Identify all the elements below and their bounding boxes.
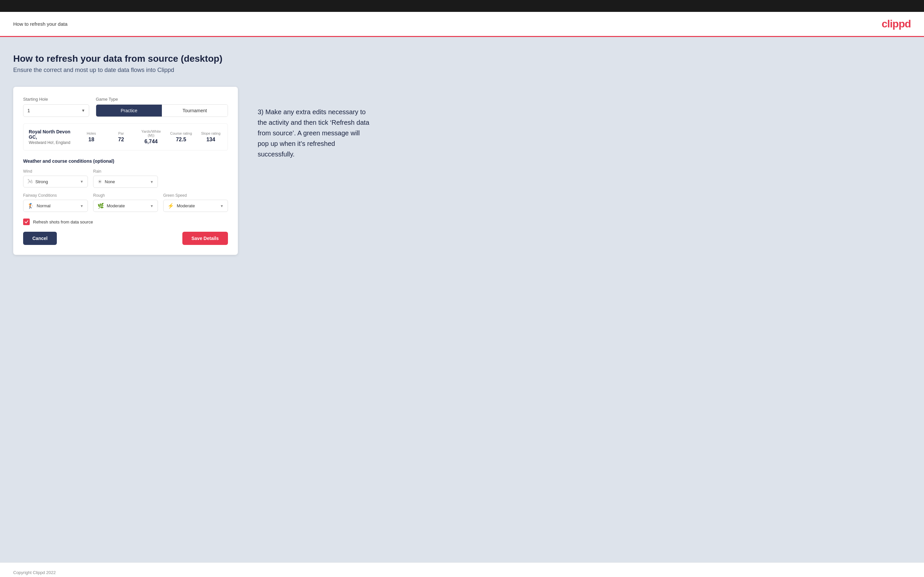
wind-group: Wind 🌬 Strong ▼ — [23, 169, 88, 188]
green-speed-select[interactable]: ⚡ Moderate ▼ — [163, 200, 228, 212]
rough-arrow-icon: ▼ — [150, 204, 153, 208]
game-type-buttons: Practice Tournament — [96, 104, 228, 117]
green-speed-icon: ⚡ — [168, 203, 174, 209]
holes-value: 18 — [80, 137, 103, 143]
par-label: Par — [109, 131, 132, 135]
yards-stat: Yards/White (M)) 6,744 — [139, 129, 163, 145]
rough-icon: 🌿 — [97, 203, 104, 209]
side-note-text: 3) Make any extra edits necessary to the… — [258, 106, 370, 160]
green-speed-value: Moderate — [177, 203, 220, 208]
yards-label: Yards/White (M)) — [139, 129, 163, 137]
top-form-row: Starting Hole 1 ▼ Game Type Practice Tou… — [23, 97, 228, 117]
save-button[interactable]: Save Details — [183, 232, 228, 245]
top-bar — [0, 0, 924, 12]
logo: clippd — [882, 18, 911, 30]
header-title: How to refresh your data — [13, 21, 68, 27]
course-rating-label: Course rating — [170, 131, 192, 135]
refresh-checkbox[interactable] — [23, 219, 30, 225]
fairway-value: Normal — [37, 203, 80, 208]
course-rating-value: 72.5 — [170, 137, 192, 143]
rough-group: Rough 🌿 Moderate ▼ — [93, 193, 158, 212]
footer-copyright: Copyright Clippd 2022 — [13, 570, 56, 575]
empty-group — [163, 169, 228, 188]
rain-select[interactable]: ☀ None ▼ — [93, 176, 158, 188]
refresh-checkbox-row: Refresh shots from data source — [23, 219, 228, 225]
rain-label: Rain — [93, 169, 158, 174]
slope-rating-label: Slope rating — [199, 131, 222, 135]
holes-stat: Holes 18 — [80, 131, 103, 143]
wind-icon: 🌬 — [27, 179, 33, 185]
cancel-button[interactable]: Cancel — [23, 232, 57, 245]
wind-rain-row: Wind 🌬 Strong ▼ Rain ☀ None ▼ — [23, 169, 228, 188]
holes-label: Holes — [80, 131, 103, 135]
wind-value: Strong — [36, 179, 80, 184]
rough-label: Rough — [93, 193, 158, 198]
footer: Copyright Clippd 2022 — [0, 562, 924, 577]
rough-value: Moderate — [107, 203, 150, 208]
weather-section-title: Weather and course conditions (optional) — [23, 158, 228, 164]
fairway-arrow-icon: ▼ — [80, 204, 84, 208]
fairway-label: Fairway Conditions — [23, 193, 88, 198]
page-subheading: Ensure the correct and most up to date d… — [13, 67, 911, 74]
slope-rating-stat: Slope rating 134 — [199, 131, 222, 143]
course-name: Royal North Devon GC, — [29, 129, 73, 140]
rain-value: None — [105, 179, 150, 184]
page-heading: How to refresh your data from source (de… — [13, 53, 911, 64]
header: How to refresh your data clippd — [0, 12, 924, 37]
practice-button[interactable]: Practice — [96, 105, 162, 116]
course-rating-stat: Course rating 72.5 — [170, 131, 192, 143]
content-area: Starting Hole 1 ▼ Game Type Practice Tou… — [13, 87, 911, 255]
game-type-label: Game Type — [96, 97, 228, 102]
fairway-group: Fairway Conditions 🏌 Normal ▼ — [23, 193, 88, 212]
rain-icon: ☀ — [97, 179, 102, 185]
green-speed-arrow-icon: ▼ — [220, 204, 224, 208]
wind-arrow-icon: ▼ — [80, 180, 84, 184]
checkmark-icon — [24, 220, 28, 224]
starting-hole-group: Starting Hole 1 ▼ — [23, 97, 89, 117]
tournament-button[interactable]: Tournament — [162, 105, 228, 116]
course-info-box: Royal North Devon GC, Westward Ho!, Engl… — [23, 124, 228, 150]
starting-hole-label: Starting Hole — [23, 97, 89, 102]
yards-value: 6,744 — [139, 139, 163, 145]
game-type-group: Game Type Practice Tournament — [96, 97, 228, 117]
form-card: Starting Hole 1 ▼ Game Type Practice Tou… — [13, 87, 238, 255]
refresh-checkbox-label: Refresh shots from data source — [33, 219, 93, 224]
side-note: 3) Make any extra edits necessary to the… — [258, 87, 370, 160]
green-speed-group: Green Speed ⚡ Moderate ▼ — [163, 193, 228, 212]
course-location: Westward Ho!, England — [29, 140, 73, 145]
wind-label: Wind — [23, 169, 88, 174]
green-speed-label: Green Speed — [163, 193, 228, 198]
main-content: How to refresh your data from source (de… — [0, 37, 924, 562]
starting-hole-select-wrapper[interactable]: 1 ▼ — [23, 104, 89, 117]
par-stat: Par 72 — [109, 131, 132, 143]
fairway-icon: 🏌 — [27, 203, 34, 209]
fairway-select[interactable]: 🏌 Normal ▼ — [23, 200, 88, 212]
rain-group: Rain ☀ None ▼ — [93, 169, 158, 188]
action-row: Cancel Save Details — [23, 232, 228, 245]
rough-select[interactable]: 🌿 Moderate ▼ — [93, 200, 158, 212]
slope-rating-value: 134 — [199, 137, 222, 143]
par-value: 72 — [109, 137, 132, 143]
course-name-group: Royal North Devon GC, Westward Ho!, Engl… — [29, 129, 73, 145]
wind-select[interactable]: 🌬 Strong ▼ — [23, 176, 88, 187]
starting-hole-select[interactable]: 1 — [23, 104, 89, 117]
fairway-rough-green-row: Fairway Conditions 🏌 Normal ▼ Rough 🌿 Mo… — [23, 193, 228, 212]
rain-arrow-icon: ▼ — [150, 180, 153, 184]
